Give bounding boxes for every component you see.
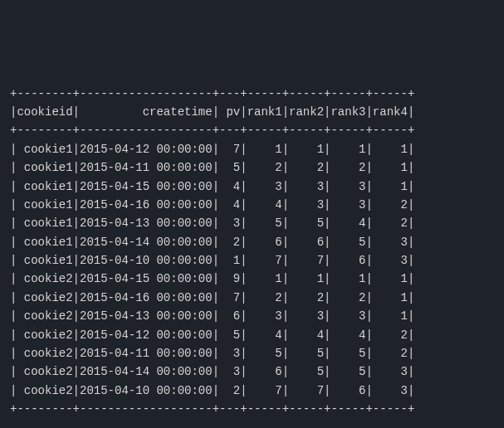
table-row: | cookie2|2015-04-14 00:00:00| 3| 6| 5| … <box>10 362 494 381</box>
table-row: | cookie1|2015-04-10 00:00:00| 1| 7| 7| … <box>10 251 494 270</box>
table-row: | cookie2|2015-04-16 00:00:00| 7| 2| 2| … <box>10 289 494 307</box>
table-row: | cookie2|2015-04-13 00:00:00| 6| 3| 3| … <box>10 307 494 325</box>
table-row: | cookie1|2015-04-11 00:00:00| 5| 2| 2| … <box>10 158 494 177</box>
table-row: | cookie1|2015-04-13 00:00:00| 3| 5| 5| … <box>10 214 494 232</box>
table-row: | cookie2|2015-04-11 00:00:00| 3| 5| 5| … <box>10 344 494 362</box>
table-row: | cookie1|2015-04-15 00:00:00| 4| 3| 3| … <box>10 178 494 196</box>
table-border-header: +--------+-------------------+---+-----+… <box>10 121 494 139</box>
table-header-row: |cookieid| createtime| pv|rank1|rank2|ra… <box>10 103 494 121</box>
table-border-top: +--------+-------------------+---+-----+… <box>10 85 494 103</box>
table-row: | cookie1|2015-04-14 00:00:00| 2| 6| 6| … <box>10 233 494 251</box>
table-row: | cookie2|2015-04-10 00:00:00| 2| 7| 7| … <box>10 382 494 400</box>
table-row: | cookie1|2015-04-16 00:00:00| 4| 4| 3| … <box>10 196 494 214</box>
table-row: | cookie2|2015-04-12 00:00:00| 5| 4| 4| … <box>10 326 494 344</box>
table-row: | cookie1|2015-04-12 00:00:00| 7| 1| 1| … <box>10 140 494 158</box>
table-border-bottom: +--------+-------------------+---+-----+… <box>10 400 494 418</box>
ascii-table: +--------+-------------------+---+-----+… <box>10 85 494 419</box>
table-row: | cookie2|2015-04-15 00:00:00| 9| 1| 1| … <box>10 270 494 288</box>
